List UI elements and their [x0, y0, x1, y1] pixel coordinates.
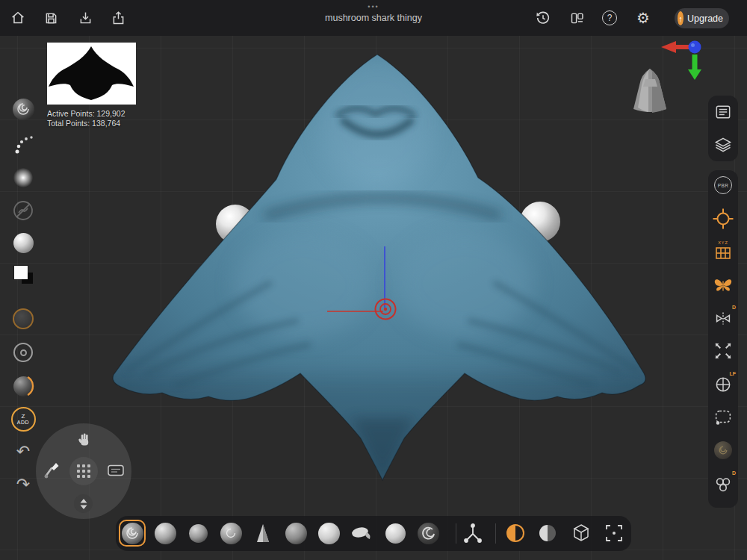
mask-icon [504, 522, 527, 544]
light-follow-button[interactable]: LF [712, 373, 734, 396]
mirror-icon [713, 308, 734, 329]
mirror-button[interactable]: D [712, 307, 734, 329]
divider [456, 523, 456, 544]
point-stats: Active Points: 129,902 Total Points: 138… [47, 109, 125, 128]
light-badge: LF [729, 371, 736, 376]
light-globe-icon [713, 375, 733, 394]
history-button[interactable] [533, 7, 554, 28]
panel-shortcut-button[interactable] [105, 460, 126, 481]
lasso-icon [713, 407, 734, 428]
layout-button[interactable] [566, 7, 587, 28]
halfsphere-icon [536, 522, 559, 544]
color-swatch-button[interactable] [10, 261, 37, 287]
share-button[interactable] [108, 7, 128, 28]
falloff-icon [12, 132, 34, 155]
paint-tool-button[interactable] [41, 459, 62, 480]
layers-button[interactable] [712, 134, 734, 156]
scene-panel-icon [713, 102, 733, 122]
pbr-button[interactable]: PBR [712, 174, 734, 196]
zadd-icon: Z ADD [11, 407, 36, 432]
symmetry-button[interactable] [712, 274, 734, 296]
soft-radius-icon [13, 168, 33, 187]
help-icon: ? [602, 10, 617, 25]
undo-button[interactable]: ↶ [10, 438, 37, 465]
home-button[interactable] [7, 7, 28, 28]
falloff-button[interactable] [10, 130, 37, 157]
roughness-ring-icon [13, 308, 34, 329]
brush-drag-icon [385, 523, 406, 544]
brush-blob[interactable] [282, 520, 309, 547]
scene-panel-button[interactable] [712, 101, 734, 123]
material-sphere-icon [13, 233, 34, 253]
intensity-button[interactable] [10, 373, 37, 399]
brush-inflate[interactable] [185, 520, 211, 547]
dyntopo-button[interactable] [712, 439, 734, 461]
brush-twist[interactable] [415, 520, 441, 547]
metalness-button[interactable] [10, 339, 37, 366]
alpha-shark-silhouette [47, 43, 136, 105]
color-swatch-icon [13, 264, 34, 284]
size-toggle-button[interactable] [74, 494, 93, 513]
paint-brush-icon [42, 460, 61, 479]
material-button[interactable] [10, 229, 37, 256]
gizmo-button[interactable] [712, 208, 734, 230]
hand-icon [75, 431, 93, 449]
mask-tool[interactable] [502, 520, 529, 547]
total-points: Total Points: 138,764 [47, 119, 125, 128]
save-button[interactable] [40, 7, 61, 28]
gizmo-target-icon [712, 208, 734, 230]
radius-button[interactable] [10, 164, 37, 191]
snap-grid-button[interactable]: XYZ [712, 240, 734, 263]
axis-gizmo[interactable] [654, 37, 710, 90]
upgrade-arrow-icon: ↑ [678, 11, 684, 25]
brush-clay[interactable] [119, 520, 146, 547]
brush-preview-button[interactable] [10, 96, 37, 122]
quick-menu-center[interactable] [69, 457, 98, 485]
brush-crease[interactable] [249, 520, 276, 547]
brush-inflate-icon [189, 524, 208, 543]
upgrade-label: Upgrade [687, 13, 723, 24]
alpha-preview[interactable] [47, 43, 136, 105]
frame-tool[interactable] [601, 520, 627, 547]
fullscreen-button[interactable] [712, 340, 734, 362]
brush-move[interactable] [217, 520, 244, 547]
ring-dot-icon [13, 343, 33, 362]
brush-crease-icon [252, 522, 274, 544]
brush-blob-icon [285, 523, 307, 544]
right-top-panel [708, 96, 738, 161]
transform-tool[interactable] [459, 520, 486, 547]
brush-standard-icon [155, 523, 176, 544]
quick-menu[interactable] [36, 423, 131, 519]
smooth-tool[interactable] [534, 520, 561, 547]
upgrade-button[interactable]: ↑ Upgrade [675, 8, 729, 28]
multi-object-button[interactable]: D [712, 473, 734, 495]
redo-button[interactable]: ↷ [10, 471, 37, 498]
voxel-tool[interactable] [568, 520, 595, 547]
pbr-icon: PBR [714, 176, 732, 194]
zadd-button[interactable]: Z ADD [10, 405, 37, 432]
layers-icon [713, 135, 733, 155]
home-icon [10, 10, 26, 26]
intensity-arc-icon [10, 373, 36, 399]
lasso-button[interactable] [712, 406, 734, 429]
brush-drag[interactable] [382, 520, 409, 547]
card-icon [106, 461, 125, 480]
spiral-icon [417, 522, 439, 544]
stencil-button[interactable] [10, 197, 37, 224]
import-icon [78, 10, 93, 26]
grid-icon [69, 457, 98, 485]
stencil-off-icon [12, 199, 34, 222]
import-button[interactable] [75, 7, 96, 28]
brush-standard[interactable] [152, 520, 179, 547]
brush-smooth[interactable] [315, 520, 342, 547]
share-icon [111, 10, 126, 26]
brush-flatten[interactable] [348, 520, 375, 547]
roughness-button[interactable] [10, 305, 37, 332]
pan-button[interactable] [73, 429, 94, 450]
swirl-icon [220, 522, 242, 544]
swirl-icon [121, 522, 143, 544]
history-icon [535, 10, 551, 26]
help-button[interactable]: ? [599, 7, 620, 28]
settings-button[interactable]: ⚙ [633, 7, 654, 28]
layout-icon [569, 10, 585, 26]
